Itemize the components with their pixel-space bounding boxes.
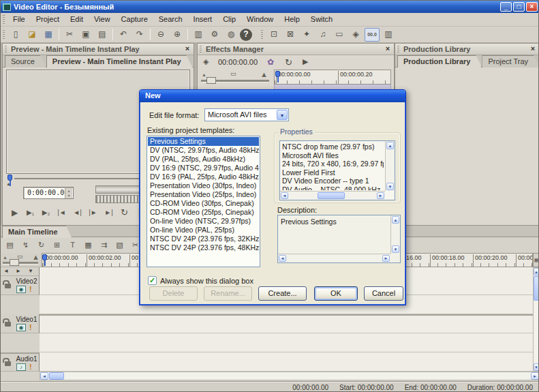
save-icon[interactable]: ▦ xyxy=(41,28,56,42)
menu-capture[interactable]: Capture xyxy=(116,13,153,26)
effects-zoom-thumb[interactable] xyxy=(206,77,216,84)
frame-counter-icon[interactable]: 00.0 xyxy=(365,28,380,42)
track-mute-icon[interactable]: ♪ xyxy=(16,363,26,371)
properties-vscrollbar[interactable]: ▲ ▼ xyxy=(385,141,395,191)
tab-production-library[interactable]: Production Library xyxy=(397,55,482,67)
template-item[interactable]: NTSC DV 24P (23.976 fps, 32KHz) xyxy=(148,235,259,243)
track-visibility-icon[interactable]: ◉ xyxy=(16,286,26,293)
library-panel-icon[interactable]: ▭ xyxy=(332,28,347,42)
delete-button[interactable]: Delete xyxy=(149,286,198,301)
timeline-tool-6-icon[interactable]: ▦ xyxy=(81,239,95,252)
templates-listbox[interactable]: Previous Settings DV (NTSC, 29.97fps, Au… xyxy=(147,136,260,267)
scroll-right-icon[interactable]: ► xyxy=(531,372,539,380)
scroll-down-icon[interactable]: ▼ xyxy=(386,183,394,190)
effects-panel-header[interactable]: Effects Manager × xyxy=(198,44,394,55)
timeline-tool-2-icon[interactable]: ↯ xyxy=(18,239,33,252)
nav-drop-icon[interactable]: ▼ xyxy=(28,268,33,274)
template-item[interactable]: DV (PAL, 25fps, Audio 48kHz) xyxy=(148,155,259,164)
vscroll-thumb[interactable] xyxy=(534,276,539,301)
template-item[interactable]: CD-ROM Video (30fps, Cinepak) xyxy=(148,199,259,208)
properties-hscrollbar[interactable]: ◄ ► xyxy=(280,191,385,200)
timecode-spinner[interactable]: ▴ ▾ xyxy=(65,188,72,198)
maximize-button[interactable]: □ xyxy=(513,2,525,12)
next-frame-button[interactable]: |► xyxy=(85,206,101,220)
clip-panel-icon[interactable]: ♫ xyxy=(315,28,330,42)
play-out-button[interactable]: ▶₂ xyxy=(38,206,54,220)
template-item[interactable]: Previous Settings xyxy=(148,137,259,146)
prev-frame-button[interactable]: ◄| xyxy=(70,206,85,220)
nav-start-icon[interactable]: ◄ xyxy=(3,268,9,274)
format-combobox[interactable]: Microsoft AVI files ▼ xyxy=(204,108,289,121)
template-item[interactable]: On-line Video (NTSC, 29.97fps) xyxy=(148,217,259,226)
effects-ruler[interactable]: 00:00:00.00 00:00:00.20 xyxy=(274,70,391,85)
timeline-zoom-out-icon[interactable]: ▲ xyxy=(3,255,7,260)
settings-icon[interactable]: ⚙ xyxy=(207,28,222,42)
properties-hscroll-thumb[interactable] xyxy=(318,192,345,199)
scroll-up-icon[interactable]: ▲ xyxy=(386,142,394,149)
template-item[interactable]: Presentation Video (25fps, Indeo) xyxy=(148,190,259,199)
menu-switch[interactable]: Switch xyxy=(305,13,338,26)
lock-icon[interactable] xyxy=(5,322,11,327)
effects-playhead[interactable] xyxy=(275,71,280,77)
timeline-tool-1-icon[interactable]: ▤ xyxy=(3,239,17,252)
menu-file[interactable]: File xyxy=(7,13,31,26)
effects-zoom-slider[interactable] xyxy=(201,80,269,82)
description-vscrollbar[interactable]: ▲ ▼ xyxy=(390,215,400,254)
timeline-tool-5-icon[interactable]: T xyxy=(65,239,80,252)
tracks-panel-icon[interactable]: ▥ xyxy=(381,28,396,42)
track-alert-icon[interactable]: ! xyxy=(29,285,32,293)
effects-loop-icon[interactable]: ↻ xyxy=(285,57,292,67)
wand-icon[interactable]: ✦ xyxy=(299,28,314,42)
timeline-hscrollbar[interactable]: ◄ ► xyxy=(40,372,539,380)
track-lane-audio1[interactable] xyxy=(40,314,533,333)
library-close-icon[interactable]: × xyxy=(528,44,538,54)
effects-panel-icon[interactable]: ◈ xyxy=(348,28,363,42)
ok-button[interactable]: OK xyxy=(314,286,358,301)
timeline-tool-7-icon[interactable]: ⇉ xyxy=(97,239,111,252)
tab-source[interactable]: Source xyxy=(5,55,46,67)
description-hscrollbar[interactable]: ◄ ► xyxy=(278,254,390,262)
network-icon[interactable]: ◍ xyxy=(224,28,238,42)
capture-toggle-icon[interactable]: ⊠ xyxy=(283,28,298,42)
effects-nav-icon[interactable]: ◈ xyxy=(203,57,209,66)
timeline-zoom-in-icon[interactable]: ▲ xyxy=(32,253,40,261)
hscroll-thumb[interactable] xyxy=(49,372,64,380)
zoom-in-icon[interactable]: ⊕ xyxy=(170,28,185,42)
track-visibility-icon[interactable]: ◉ xyxy=(16,324,26,331)
dialog-title-bar[interactable]: New xyxy=(140,90,405,102)
track-alert-icon[interactable]: ! xyxy=(29,363,32,371)
effects-zoom-out-icon[interactable]: ▲ xyxy=(202,72,206,77)
track-lane-audio2[interactable] xyxy=(40,333,533,352)
track-lane-audio3[interactable] xyxy=(40,352,533,372)
timeline-tool-3-icon[interactable]: ↻ xyxy=(34,239,48,252)
template-item[interactable]: DV (NTSC, 29.97fps, Audio 48kHz) xyxy=(148,146,259,155)
cut-icon[interactable]: ✂ xyxy=(62,28,77,42)
menu-clip[interactable]: Clip xyxy=(217,13,241,26)
effects-close-icon[interactable]: × xyxy=(383,44,392,54)
preview-timecode[interactable]: 0:00:00.00 ▴ ▾ xyxy=(23,187,74,199)
help-icon[interactable]: ? xyxy=(240,29,252,41)
menu-edit[interactable]: Edit xyxy=(65,13,89,26)
tab-project-tray[interactable]: Project Tray xyxy=(482,55,539,67)
library-panel-header[interactable]: Production Library × xyxy=(395,44,539,55)
menu-project[interactable]: Project xyxy=(31,13,65,26)
lock-icon[interactable] xyxy=(5,284,11,288)
close-button[interactable]: × xyxy=(526,2,538,12)
menu-window[interactable]: Window xyxy=(241,13,279,26)
effects-palette-icon[interactable]: ✿ xyxy=(267,57,274,67)
menu-help[interactable]: Help xyxy=(279,13,305,26)
scroll-down-icon[interactable]: ▼ xyxy=(392,245,399,253)
effects-zoom-in-icon[interactable]: ▲ xyxy=(260,70,268,78)
track-alert-icon[interactable]: ! xyxy=(29,323,32,331)
undo-icon[interactable]: ↶ xyxy=(116,28,131,42)
print-icon[interactable]: ▥ xyxy=(191,28,206,42)
template-item[interactable]: Presentation Video (30fps, Indeo) xyxy=(148,181,259,190)
cancel-button[interactable]: Cancel xyxy=(364,286,403,301)
tab-main-timeline[interactable]: Main Timeline xyxy=(2,226,72,238)
effects-play-icon[interactable]: ▶ xyxy=(303,57,308,66)
scroll-up-icon[interactable]: ▲ xyxy=(392,216,399,224)
loop-button[interactable]: ↻ xyxy=(117,206,132,220)
description-box[interactable]: Previous Settings ▲ ▼ ◄ ► xyxy=(277,215,401,263)
always-show-checkbox[interactable]: ✓ xyxy=(148,276,157,285)
play-in-button[interactable]: ▶₁ xyxy=(22,206,38,220)
